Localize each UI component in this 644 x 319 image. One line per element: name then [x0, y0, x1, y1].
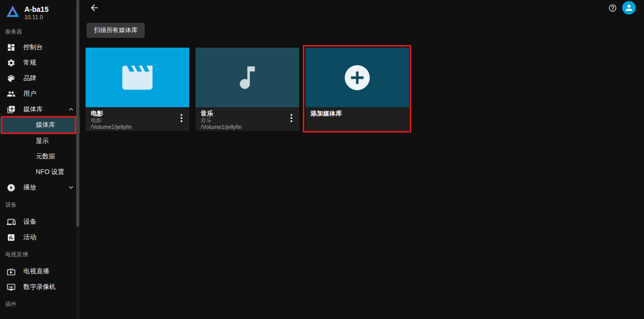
- dashboard-icon: [7, 42, 16, 52]
- sidebar-item-dvr[interactable]: 数字录像机: [0, 279, 80, 295]
- live-tv-icon: [7, 267, 16, 276]
- sidebar-item-users[interactable]: 用户: [0, 86, 80, 102]
- library-title: 音乐: [201, 110, 294, 117]
- music-card-footer: 音乐 音乐 /Volume1/jellyfin: [195, 107, 299, 131]
- palette-icon: [7, 74, 16, 83]
- kebab-menu-icon[interactable]: [288, 113, 295, 123]
- devices-icon: [7, 217, 16, 226]
- user-avatar[interactable]: [622, 1, 636, 15]
- server-header: A-ba15 10.11.0: [0, 0, 80, 24]
- sidebar-item-display[interactable]: 显示: [0, 133, 80, 149]
- back-arrow-icon[interactable]: [89, 3, 100, 13]
- add-library-footer: 添加媒体库: [305, 107, 409, 131]
- sidebar-item-libraries[interactable]: 媒体库: [0, 102, 80, 117]
- sidebar-item-branding[interactable]: 品牌: [0, 70, 80, 86]
- sidebar-item-livetv[interactable]: 电视直播: [0, 264, 80, 279]
- server-version: 10.11.0: [24, 13, 49, 21]
- jellyfin-dashboard: A-ba15 10.11.0 服务器 控制台 常规 品牌 用户 媒体库 媒体库: [0, 0, 644, 319]
- chevron-up-icon: [67, 106, 75, 113]
- section-label-server: 服务器: [0, 24, 80, 39]
- movies-tile: [86, 48, 189, 107]
- library-title: 电影: [91, 110, 184, 117]
- library-cards: 电影 电影 /Volume1/jellyfin 音乐 音乐 /Volume1/j…: [86, 48, 644, 131]
- server-name: A-ba15: [24, 5, 49, 13]
- sidebar-item-dashboard[interactable]: 控制台: [0, 39, 80, 55]
- library-type: 电影: [91, 117, 184, 123]
- library-path: /Volume1/jellyfin: [91, 123, 184, 130]
- add-library-label: 添加媒体库: [311, 110, 404, 117]
- help-icon[interactable]: [608, 4, 617, 12]
- section-label-plugins: 插件: [0, 295, 80, 313]
- plus-circle-icon: [342, 63, 372, 93]
- movie-icon: [119, 60, 156, 96]
- sidebar-item-activity[interactable]: 活动: [0, 229, 80, 245]
- users-icon: [7, 89, 16, 98]
- library-add-icon: [7, 105, 16, 114]
- main-header: [81, 0, 644, 16]
- sidebar-item-libraries-sub[interactable]: 媒体库: [0, 117, 80, 133]
- main-content: 扫描所有媒体库 电影 电影 /Volume1/jellyfin: [81, 0, 644, 319]
- library-path: /Volume1/jellyfin: [201, 123, 294, 130]
- add-library-tile: [305, 48, 409, 107]
- jellyfin-logo-icon: [5, 4, 20, 19]
- sidebar-item-general[interactable]: 常规: [0, 55, 80, 70]
- dvr-icon: [7, 282, 16, 292]
- sidebar-item-nfo-settings[interactable]: NFO 设置: [0, 164, 80, 180]
- section-label-devices: 设备: [0, 195, 80, 214]
- library-card-movies[interactable]: 电影 电影 /Volume1/jellyfin: [86, 48, 189, 131]
- library-card-music[interactable]: 音乐 音乐 /Volume1/jellyfin: [195, 48, 299, 131]
- play-circle-icon: [7, 183, 16, 192]
- sidebar-scrollbar-thumb[interactable]: [76, 0, 79, 227]
- activity-chart-icon: [7, 233, 16, 242]
- person-icon: [624, 3, 634, 12]
- music-tile: [195, 48, 299, 107]
- sidebar: A-ba15 10.11.0 服务器 控制台 常规 品牌 用户 媒体库 媒体库: [0, 0, 80, 319]
- music-note-icon: [232, 63, 262, 93]
- section-label-livetv: 电视直播: [0, 245, 80, 264]
- movies-card-footer: 电影 电影 /Volume1/jellyfin: [86, 107, 189, 131]
- kebab-menu-icon[interactable]: [178, 113, 185, 123]
- sidebar-item-metadata[interactable]: 元数据: [0, 149, 80, 164]
- library-type: 音乐: [201, 117, 294, 123]
- scan-all-libraries-button[interactable]: 扫描所有媒体库: [87, 23, 145, 38]
- gear-icon: [7, 58, 16, 67]
- sidebar-item-playback[interactable]: 播放: [0, 180, 80, 195]
- chevron-down-icon: [67, 184, 75, 191]
- sidebar-item-devices[interactable]: 设备: [0, 214, 80, 229]
- add-library-card[interactable]: 添加媒体库: [305, 48, 409, 131]
